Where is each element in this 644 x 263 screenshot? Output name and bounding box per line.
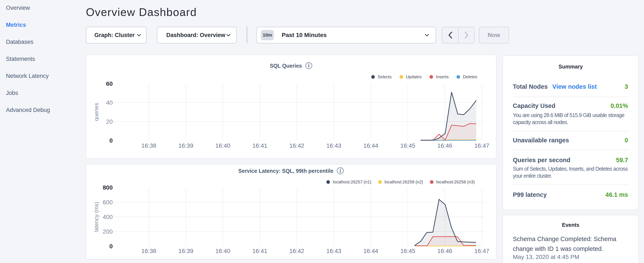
svg-text:800: 800 xyxy=(103,184,113,191)
svg-text:0: 0 xyxy=(109,137,113,144)
svg-text:16:39: 16:39 xyxy=(178,142,193,149)
svg-text:600: 600 xyxy=(103,199,113,205)
svg-text:16:38: 16:38 xyxy=(142,248,156,254)
svg-text:queries: queries xyxy=(93,103,100,121)
svg-text:200: 200 xyxy=(103,228,113,235)
svg-text:16:38: 16:38 xyxy=(142,142,156,149)
svg-text:16:47: 16:47 xyxy=(474,248,489,254)
svg-text:16:45: 16:45 xyxy=(400,248,415,254)
svg-text:16:45: 16:45 xyxy=(400,142,415,149)
svg-text:40: 40 xyxy=(106,99,113,106)
svg-text:16:39: 16:39 xyxy=(178,248,193,254)
svg-text:16:44: 16:44 xyxy=(363,248,378,254)
svg-text:16:41: 16:41 xyxy=(252,248,267,254)
svg-text:16:47: 16:47 xyxy=(474,142,489,149)
svg-text:16:46: 16:46 xyxy=(437,248,452,254)
svg-text:16:44: 16:44 xyxy=(363,142,378,149)
svg-text:latency (ms): latency (ms) xyxy=(93,202,100,232)
svg-text:16:43: 16:43 xyxy=(326,142,341,149)
svg-text:16:42: 16:42 xyxy=(289,142,304,149)
svg-text:16:41: 16:41 xyxy=(252,142,267,149)
svg-text:16:40: 16:40 xyxy=(216,248,230,254)
svg-text:400: 400 xyxy=(103,214,113,220)
svg-text:16:43: 16:43 xyxy=(326,248,341,254)
svg-text:60: 60 xyxy=(106,80,113,87)
svg-text:16:40: 16:40 xyxy=(216,142,230,149)
svg-text:16:42: 16:42 xyxy=(289,248,304,254)
svg-text:0: 0 xyxy=(109,243,113,249)
svg-text:16:46: 16:46 xyxy=(437,142,452,149)
svg-text:20: 20 xyxy=(106,118,113,125)
